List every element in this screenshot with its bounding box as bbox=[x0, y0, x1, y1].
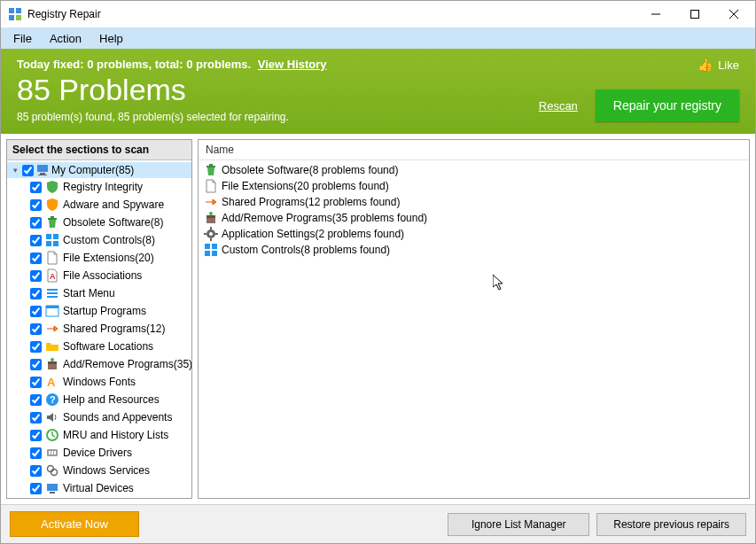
tree-item[interactable]: Shared Programs(12) bbox=[7, 320, 191, 338]
svg-point-34 bbox=[48, 466, 54, 472]
svg-rect-36 bbox=[47, 484, 58, 491]
section-checkbox[interactable] bbox=[30, 412, 42, 424]
section-checkbox[interactable] bbox=[30, 394, 42, 406]
svg-rect-57 bbox=[205, 244, 210, 249]
section-checkbox[interactable] bbox=[30, 483, 42, 494]
tree-root[interactable]: ▾ My Computer(85) bbox=[7, 162, 191, 178]
svg-point-35 bbox=[51, 470, 58, 476]
maximize-button[interactable] bbox=[675, 2, 714, 27]
svg-rect-56 bbox=[215, 233, 218, 235]
section-label: Registry Integrity bbox=[63, 181, 143, 193]
svg-rect-14 bbox=[53, 234, 58, 239]
section-checkbox[interactable] bbox=[30, 430, 42, 441]
svg-rect-18 bbox=[47, 289, 58, 291]
results-header[interactable]: Name bbox=[199, 140, 749, 160]
svg-rect-12 bbox=[51, 216, 54, 218]
svg-rect-37 bbox=[50, 492, 55, 493]
virtual-icon bbox=[45, 481, 59, 495]
tree-item[interactable]: File Extensions(20) bbox=[7, 249, 191, 267]
sections-tree[interactable]: ▾ My Computer(85) Registry IntegrityAdwa… bbox=[7, 160, 191, 498]
tree-item[interactable]: Registry Integrity bbox=[7, 178, 191, 196]
tree-item[interactable]: Start Menu bbox=[7, 284, 191, 302]
like-label: Like bbox=[718, 58, 739, 72]
section-checkbox[interactable] bbox=[30, 377, 42, 388]
result-item[interactable]: Shared Programs(12 problems found) bbox=[202, 194, 745, 210]
arrow-icon bbox=[204, 195, 218, 209]
tree-item[interactable]: Obsolete Software(8) bbox=[7, 214, 191, 231]
section-checkbox[interactable] bbox=[30, 341, 42, 353]
tree-item[interactable]: Software Locations bbox=[7, 338, 191, 355]
tree-item[interactable]: MRU and History Lists bbox=[7, 426, 191, 444]
tree-item[interactable]: Windows Services bbox=[7, 462, 191, 479]
font-icon: A bbox=[45, 375, 59, 389]
section-label: Add/Remove Programs(35) bbox=[63, 358, 191, 370]
close-button[interactable] bbox=[714, 2, 753, 27]
section-checkbox[interactable] bbox=[30, 306, 42, 317]
tree-item[interactable]: Adware and Spyware bbox=[7, 196, 191, 214]
tree-expander-icon[interactable]: ▾ bbox=[11, 166, 20, 175]
minimize-button[interactable] bbox=[636, 2, 675, 27]
svg-point-50 bbox=[209, 212, 213, 215]
sections-header: Select the sections to scan bbox=[7, 140, 191, 160]
file-icon bbox=[204, 179, 218, 193]
section-checkbox[interactable] bbox=[30, 182, 42, 193]
tree-item[interactable]: ARP Cache bbox=[7, 497, 191, 498]
menu-action[interactable]: Action bbox=[41, 30, 90, 47]
section-checkbox[interactable] bbox=[30, 217, 42, 229]
activate-button[interactable]: Activate Now bbox=[10, 511, 139, 537]
section-checkbox[interactable] bbox=[30, 359, 42, 370]
svg-rect-32 bbox=[51, 451, 53, 455]
section-checkbox[interactable] bbox=[30, 288, 42, 299]
tree-item[interactable]: Add/Remove Programs(35) bbox=[7, 355, 191, 373]
section-checkbox[interactable] bbox=[30, 235, 42, 246]
svg-rect-59 bbox=[205, 251, 210, 256]
window-title: Registry Repair bbox=[27, 8, 636, 20]
root-checkbox[interactable] bbox=[22, 165, 34, 176]
result-item[interactable]: Obsolete Software(8 problems found) bbox=[202, 162, 745, 178]
section-checkbox[interactable] bbox=[30, 323, 42, 335]
menu-help[interactable]: Help bbox=[90, 30, 132, 47]
svg-rect-22 bbox=[46, 306, 58, 308]
result-label: Custom Controls(8 problems found) bbox=[222, 244, 390, 256]
grid-blue-icon bbox=[204, 243, 218, 257]
svg-rect-49 bbox=[207, 215, 215, 218]
like-button[interactable]: 👍 Like bbox=[698, 58, 739, 72]
restore-repairs-button[interactable]: Restore previous repairs bbox=[596, 513, 746, 536]
svg-rect-16 bbox=[53, 241, 58, 246]
result-item[interactable]: File Extensions(20 problems found) bbox=[202, 178, 745, 194]
svg-rect-11 bbox=[48, 218, 57, 220]
menu-file[interactable]: File bbox=[4, 30, 41, 47]
result-item[interactable]: Application Settings(2 problems found) bbox=[202, 226, 745, 242]
result-label: Add/Remove Programs(35 problems found) bbox=[222, 212, 427, 224]
rescan-link[interactable]: Rescan bbox=[539, 99, 578, 113]
svg-rect-24 bbox=[48, 361, 57, 364]
tree-item[interactable]: Virtual Devices bbox=[7, 479, 191, 497]
tree-item[interactable]: ?Help and Resources bbox=[7, 391, 191, 408]
section-checkbox[interactable] bbox=[30, 270, 42, 282]
result-label: Application Settings(2 problems found) bbox=[222, 228, 404, 240]
section-checkbox[interactable] bbox=[30, 253, 42, 264]
svg-text:A: A bbox=[50, 272, 56, 281]
section-checkbox[interactable] bbox=[30, 199, 42, 211]
svg-rect-0 bbox=[9, 8, 14, 13]
tree-item[interactable]: AFile Associations bbox=[7, 267, 191, 284]
status-banner: Today fixed: 0 problems, total: 0 proble… bbox=[1, 49, 755, 134]
section-label: File Extensions(20) bbox=[63, 252, 154, 264]
tree-item[interactable]: Startup Programs bbox=[7, 302, 191, 320]
view-history-link[interactable]: View History bbox=[258, 58, 327, 71]
tree-item[interactable]: AWindows Fonts bbox=[7, 373, 191, 391]
ignore-list-button[interactable]: Ignore List Manager bbox=[448, 513, 589, 536]
result-item[interactable]: Custom Controls(8 problems found) bbox=[202, 242, 745, 258]
svg-point-25 bbox=[51, 358, 54, 361]
section-checkbox[interactable] bbox=[30, 465, 42, 477]
section-checkbox[interactable] bbox=[30, 447, 42, 459]
section-label: Software Locations bbox=[63, 340, 153, 353]
app-icon bbox=[8, 7, 22, 21]
result-label: Obsolete Software(8 problems found) bbox=[222, 164, 398, 176]
tree-item[interactable]: Custom Controls(8) bbox=[7, 231, 191, 249]
window-icon bbox=[45, 304, 59, 318]
tree-item[interactable]: Device Drivers bbox=[7, 444, 191, 462]
tree-item[interactable]: Sounds and Appevents bbox=[7, 408, 191, 426]
repair-button[interactable]: Repair your registry bbox=[596, 89, 739, 121]
result-item[interactable]: Add/Remove Programs(35 problems found) bbox=[202, 210, 745, 226]
